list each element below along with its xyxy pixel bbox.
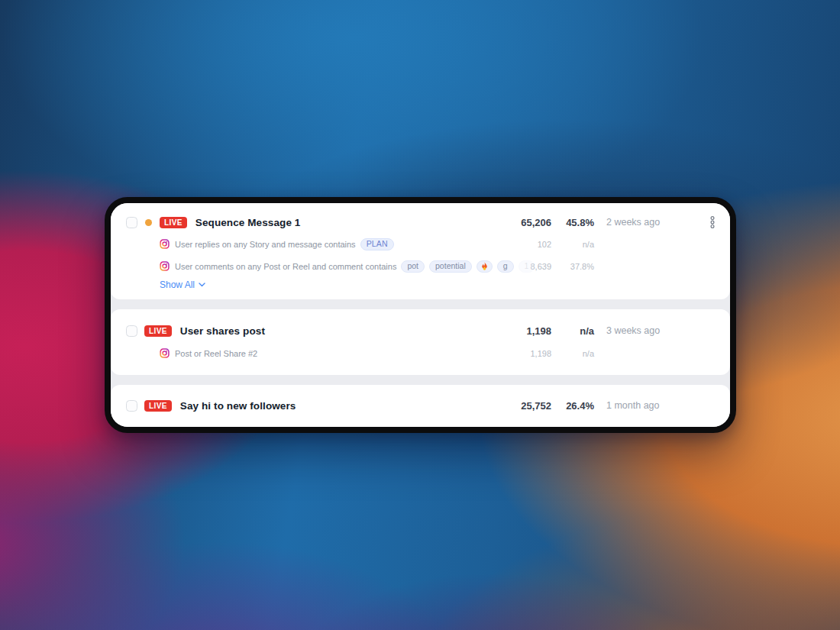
status-dot	[145, 219, 152, 226]
automation-card: LIVE Sequence Message 1 65,206 45.8% 2 w…	[111, 203, 730, 299]
trigger-description: User comments on any Post or Reel and co…	[175, 262, 396, 271]
modified-date: 1 month ago	[594, 400, 695, 411]
live-badge: LIVE	[144, 325, 172, 337]
show-all-label: Show All	[160, 279, 195, 290]
trigger-description: User replies on any Story and message co…	[175, 240, 356, 249]
kebab-icon	[710, 216, 715, 228]
ctr-rate: 45.8%	[551, 217, 594, 228]
instagram-icon	[160, 261, 170, 271]
automations-panel: LIVE Sequence Message 1 65,206 45.8% 2 w…	[105, 197, 736, 433]
live-badge: LIVE	[144, 400, 172, 412]
trigger-row: User replies on any Story and message co…	[126, 235, 715, 253]
keyword-pill	[477, 260, 493, 273]
trigger-rate: n/a	[551, 240, 594, 249]
trigger-row: User comments on any Post or Reel and co…	[126, 257, 715, 275]
modified-date: 2 weeks ago	[594, 217, 695, 228]
keyword-pill: potential	[429, 260, 472, 273]
row-checkbox[interactable]	[126, 400, 137, 412]
live-badge: LIVE	[160, 217, 187, 228]
automation-main-row: LIVE User shares post 1,198 n/a 3 weeks …	[126, 322, 715, 339]
automation-main-row: LIVE Say hi to new followers 25,752 26.4…	[126, 397, 715, 414]
keyword-pill: PLAN	[360, 238, 394, 250]
trigger-rate: 37.8%	[551, 262, 594, 271]
trigger-count: 102	[496, 240, 551, 249]
modified-date: 3 weeks ago	[594, 325, 695, 336]
automation-main-row: LIVE Sequence Message 1 65,206 45.8% 2 w…	[126, 214, 715, 231]
automation-card: LIVE Say hi to new followers 25,752 26.4…	[111, 385, 730, 427]
show-all-link[interactable]: Show All	[160, 279, 205, 290]
kebab-menu-button[interactable]	[710, 216, 715, 228]
row-checkbox[interactable]	[126, 325, 137, 337]
trigger-count: 1,198	[496, 349, 551, 358]
instagram-icon	[160, 348, 170, 358]
ctr-rate: n/a	[551, 325, 594, 337]
automation-title[interactable]: Sequence Message 1	[195, 217, 301, 228]
row-checkbox[interactable]	[126, 217, 137, 228]
keyword-pill-faded: 1	[519, 260, 535, 273]
instagram-icon	[160, 239, 170, 249]
keyword-pill: pot	[401, 260, 425, 273]
trigger-description: Post or Reel Share #2	[175, 349, 257, 358]
automation-card: LIVE User shares post 1,198 n/a 3 weeks …	[111, 309, 730, 375]
ctr-rate: 26.4%	[551, 400, 594, 412]
fire-emoji-icon	[481, 262, 488, 270]
trigger-row: Post or Reel Share #2 1,198 n/a	[126, 344, 715, 362]
runs-count: 25,752	[496, 400, 551, 412]
automation-title[interactable]: User shares post	[180, 325, 265, 337]
trigger-rate: n/a	[551, 349, 594, 358]
runs-count: 1,198	[496, 325, 551, 337]
chevron-down-icon	[199, 283, 205, 287]
runs-count: 65,206	[496, 217, 551, 228]
automation-title[interactable]: Say hi to new followers	[180, 400, 296, 412]
